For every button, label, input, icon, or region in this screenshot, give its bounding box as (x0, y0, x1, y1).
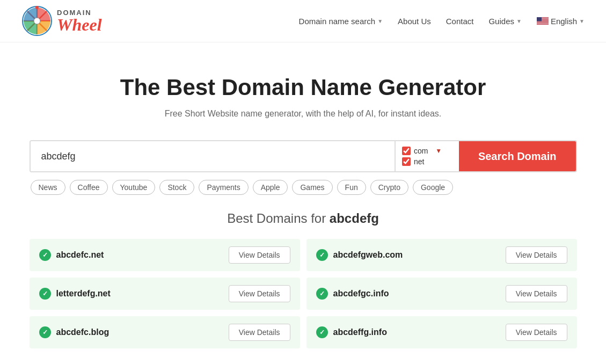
tld-selector: com ▼ net (395, 141, 459, 171)
domain-name: ✓ abcdeffg.info (316, 326, 387, 338)
nav-about-us[interactable]: About Us (398, 17, 431, 26)
tld-com-option[interactable]: com ▼ (402, 147, 452, 155)
chevron-down-icon: ▼ (377, 18, 383, 24)
svg-point-6 (34, 18, 40, 24)
header: DOMAIN Wheel Domain name search ▼ About … (0, 0, 606, 42)
logo-wheel-text: Wheel (57, 16, 102, 33)
chevron-down-icon: ▼ (435, 147, 442, 155)
svg-rect-20 (537, 24, 549, 25)
svg-rect-18 (537, 23, 549, 24)
result-row: ✓ abcdeffg.info View Details (306, 316, 577, 348)
available-icon: ✓ (39, 249, 51, 261)
available-icon: ✓ (316, 326, 328, 338)
tag-crypto[interactable]: Crypto (370, 180, 408, 195)
tag-payments[interactable]: Payments (199, 180, 248, 195)
results-grid: ✓ abcdefc.net View Details ✓ abcdefgweb.… (30, 239, 577, 348)
result-row: ✓ abcdefc.net View Details (30, 239, 300, 271)
results-title: Best Domains for abcdefg (30, 211, 577, 226)
available-icon: ✓ (39, 326, 51, 338)
tag-coffee[interactable]: Coffee (70, 180, 108, 195)
us-flag-icon (537, 17, 549, 25)
nav-guides[interactable]: Guides ▼ (488, 17, 521, 26)
available-icon: ✓ (316, 288, 328, 300)
svg-rect-19 (537, 24, 549, 24)
svg-point-7 (35, 6, 39, 9)
tag-google[interactable]: Google (413, 180, 453, 195)
result-row: ✓ letterdefg.net View Details (30, 278, 300, 310)
chevron-down-icon: ▼ (579, 18, 585, 24)
nav-language[interactable]: English ▼ (537, 17, 585, 26)
tld-com-checkbox[interactable] (402, 147, 411, 155)
hero-section: The Best Domain Name Generator Free Shor… (0, 42, 606, 140)
tag-games[interactable]: Games (292, 180, 332, 195)
domain-name: ✓ abcdefc.blog (39, 326, 109, 338)
nav-contact[interactable]: Contact (446, 17, 474, 26)
svg-rect-21 (537, 17, 542, 21)
svg-rect-15 (537, 21, 549, 22)
result-row: ✓ abcdefgweb.com View Details (306, 239, 577, 271)
hero-title: The Best Domain Name Generator (11, 75, 595, 100)
results-section: Best Domains for abcdefg ✓ abcdefc.net V… (13, 211, 593, 348)
tld-net-option[interactable]: net (402, 157, 452, 166)
tag-stock[interactable]: Stock (159, 180, 194, 195)
logo[interactable]: DOMAIN Wheel (21, 5, 102, 37)
domain-name: ✓ letterdefg.net (39, 288, 111, 300)
tags-row: News Coffee Youtube Stock Payments Apple… (30, 180, 577, 195)
hero-subtitle: Free Short Website name generator, with … (11, 109, 595, 119)
svg-rect-17 (537, 23, 549, 23)
svg-rect-16 (537, 22, 549, 23)
search-input[interactable] (31, 141, 395, 171)
search-domain-button[interactable]: Search Domain (459, 141, 576, 171)
domain-name: ✓ abcdefc.net (39, 249, 104, 261)
tag-fun[interactable]: Fun (337, 180, 366, 195)
main-nav: Domain name search ▼ About Us Contact Gu… (299, 17, 585, 26)
available-icon: ✓ (39, 288, 51, 300)
available-icon: ✓ (316, 249, 328, 261)
tld-net-checkbox[interactable] (402, 157, 411, 166)
domain-name: ✓ abcdefgweb.com (316, 249, 403, 261)
search-bar: com ▼ net Search Domain (30, 140, 577, 172)
result-row: ✓ abcdefgc.info View Details (306, 278, 577, 310)
view-details-button[interactable]: View Details (229, 285, 290, 302)
tag-news[interactable]: News (31, 180, 65, 195)
tag-apple[interactable]: Apple (253, 180, 288, 195)
view-details-button[interactable]: View Details (506, 285, 567, 302)
logo-wheel-icon (21, 5, 53, 37)
search-section: com ▼ net Search Domain News Coffee Yout… (13, 140, 593, 195)
view-details-button[interactable]: View Details (229, 324, 290, 341)
view-details-button[interactable]: View Details (506, 324, 567, 341)
chevron-down-icon: ▼ (516, 18, 522, 24)
domain-name: ✓ abcdefgc.info (316, 288, 389, 300)
view-details-button[interactable]: View Details (229, 246, 290, 264)
view-details-button[interactable]: View Details (506, 246, 567, 264)
result-row: ✓ abcdefc.blog View Details (30, 316, 300, 348)
tag-youtube[interactable]: Youtube (112, 180, 156, 195)
nav-domain-search[interactable]: Domain name search ▼ (299, 17, 383, 26)
